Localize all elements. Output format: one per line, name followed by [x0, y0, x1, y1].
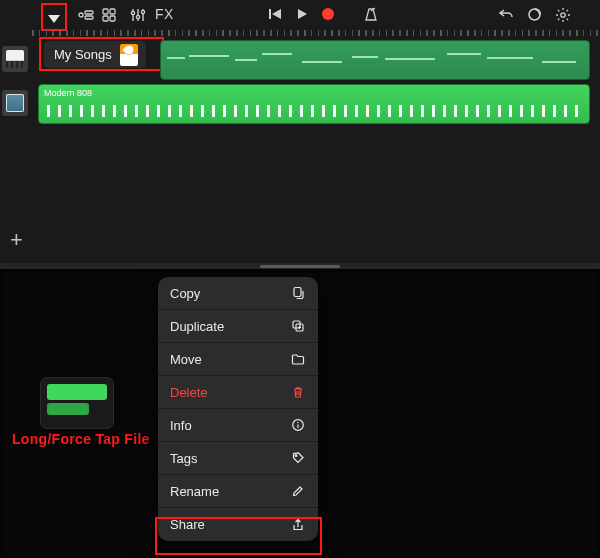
svg-point-26 [295, 455, 297, 457]
svg-marker-15 [298, 9, 307, 19]
menu-label: Move [170, 352, 202, 367]
menu-item-duplicate[interactable]: Duplicate [158, 310, 318, 343]
project-file-tile[interactable] [40, 377, 114, 429]
add-track-button[interactable]: + [10, 227, 23, 253]
pencil-icon [290, 483, 306, 499]
menu-item-info[interactable]: Info [158, 409, 318, 442]
svg-marker-20 [48, 15, 60, 23]
undo-icon[interactable] [498, 7, 514, 21]
track-view-icon[interactable] [78, 8, 94, 22]
midi-region-2[interactable]: Modern 808 [38, 84, 590, 124]
record-icon[interactable] [321, 7, 335, 21]
instrument-piano-icon [2, 46, 28, 72]
svg-rect-1 [85, 11, 93, 14]
svg-point-25 [297, 422, 298, 423]
menu-item-tags[interactable]: Tags [158, 442, 318, 475]
settings-gear-icon[interactable] [555, 7, 571, 23]
menu-label: Tags [170, 451, 197, 466]
project-title-pill[interactable]: My Songs [44, 41, 146, 68]
svg-point-0 [79, 13, 83, 17]
menu-label: Delete [170, 385, 208, 400]
copy-icon [290, 285, 306, 301]
fx-button[interactable]: FX [155, 6, 174, 22]
svg-rect-21 [294, 288, 301, 297]
menu-label: Duplicate [170, 319, 224, 334]
trash-icon [290, 384, 306, 400]
share-icon [290, 517, 306, 533]
track-header-1[interactable] [0, 40, 32, 80]
menu-label: Share [170, 517, 205, 532]
menu-item-rename[interactable]: Rename [158, 475, 318, 508]
menu-item-share[interactable]: Share [158, 508, 318, 541]
play-icon[interactable] [295, 7, 309, 21]
svg-point-10 [136, 15, 139, 18]
triangle-down-icon[interactable] [47, 10, 61, 28]
cell-view-icon[interactable] [102, 8, 116, 22]
files-browser-panel: Long/Force Tap File Copy Duplicate Move [0, 269, 600, 558]
svg-rect-4 [110, 9, 115, 14]
timeline-ruler[interactable] [32, 30, 600, 36]
menu-label: Copy [170, 286, 200, 301]
folder-icon [290, 351, 306, 367]
metronome-icon[interactable] [364, 7, 378, 21]
duplicate-icon [290, 318, 306, 334]
loop-browser-icon[interactable] [527, 7, 542, 22]
svg-rect-2 [85, 16, 93, 19]
track-header-2[interactable] [0, 84, 32, 124]
svg-point-12 [141, 10, 144, 13]
menu-item-move[interactable]: Move [158, 343, 318, 376]
info-icon [290, 417, 306, 433]
svg-point-16 [322, 8, 334, 20]
menu-item-delete[interactable]: Delete [158, 376, 318, 409]
svg-point-8 [131, 11, 134, 14]
skip-back-icon[interactable] [268, 7, 282, 21]
sliders-icon[interactable] [130, 8, 146, 22]
home-indicator [260, 265, 340, 268]
region-label: Modern 808 [44, 88, 92, 98]
menu-label: Rename [170, 484, 219, 499]
context-menu: Copy Duplicate Move Delete [158, 277, 318, 541]
menu-label: Info [170, 418, 192, 433]
instrument-synth-icon [2, 90, 28, 116]
svg-point-19 [561, 13, 565, 17]
svg-rect-5 [103, 16, 108, 21]
annotation-tap-instruction: Long/Force Tap File [12, 431, 150, 447]
svg-rect-3 [103, 9, 108, 14]
svg-rect-13 [269, 9, 271, 19]
garageband-editor-panel: FX My So [0, 0, 600, 269]
main-toolbar: FX [0, 6, 600, 30]
svg-rect-6 [110, 16, 115, 21]
garageband-app-icon [120, 44, 138, 66]
svg-marker-14 [272, 9, 281, 19]
midi-region-1[interactable] [160, 40, 590, 80]
menu-item-copy[interactable]: Copy [158, 277, 318, 310]
tag-icon [290, 450, 306, 466]
project-title-text: My Songs [54, 47, 112, 62]
